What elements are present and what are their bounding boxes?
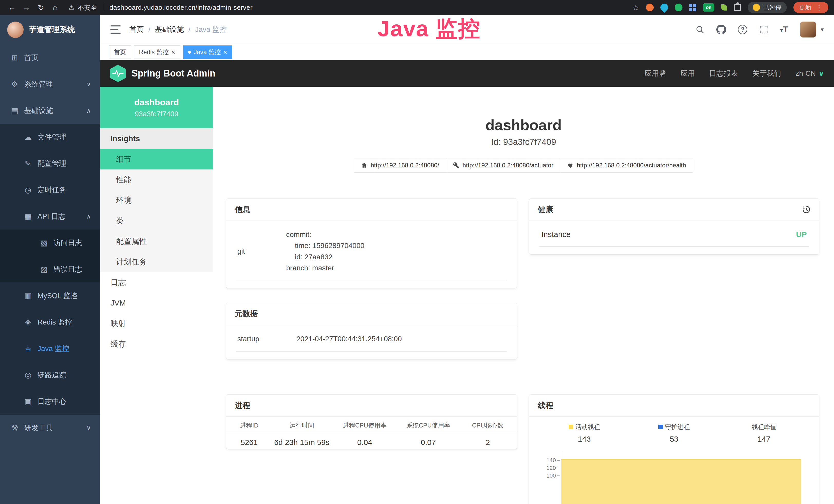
sba-locale-select[interactable]: zh-CN ∨ xyxy=(795,69,824,78)
sba-nav-journal[interactable]: 日志报表 xyxy=(709,69,738,78)
threads-card-body: 活动线程 守护进程 线程峰值 143 53 xyxy=(529,417,819,504)
history-icon[interactable] xyxy=(802,205,810,214)
extension-grid-icon[interactable] xyxy=(689,4,696,11)
eye-icon: ◎ xyxy=(23,370,34,380)
tab-java[interactable]: Java 监控 × xyxy=(183,45,232,59)
search-icon[interactable] xyxy=(695,25,705,34)
breadcrumb-separator: / xyxy=(149,25,151,33)
sidebar-item-label: API 日志 xyxy=(38,211,66,221)
app-logo[interactable]: 芋道管理系统 xyxy=(0,15,100,44)
wrench-icon xyxy=(453,162,460,169)
fullscreen-icon[interactable] xyxy=(759,25,768,34)
sidebar-item-label: 研发工具 xyxy=(24,423,53,433)
sba-nav-applications[interactable]: 应用 xyxy=(680,69,695,78)
caret-down-icon[interactable]: ▾ xyxy=(821,26,824,33)
sidebar-item-mysql[interactable]: ▥ MySQL 监控 xyxy=(0,282,100,309)
bookmark-star-icon[interactable]: ☆ xyxy=(632,3,639,12)
hamburger-icon[interactable] xyxy=(110,25,121,33)
sidebar-item-system[interactable]: ⚙ 系统管理 ∨ xyxy=(0,71,100,97)
sidebar-item-home[interactable]: ⊞ 首页 xyxy=(0,44,100,71)
sidebar-item-label: 访问日志 xyxy=(53,238,82,248)
info-line: id: 27aa832 xyxy=(286,251,365,262)
info-line: time: 1596289704000 xyxy=(286,240,365,251)
sba-item-details[interactable]: 细节 xyxy=(100,149,213,169)
instance-title: dashboard xyxy=(213,117,834,133)
forward-icon[interactable]: → xyxy=(20,3,33,12)
health-url-link[interactable]: http://192.168.0.2:48080/actuator/health xyxy=(560,158,693,173)
sba-logo-icon[interactable] xyxy=(110,65,126,82)
metadata-card-header: 元数据 xyxy=(226,303,517,325)
reload-icon[interactable]: ↻ xyxy=(35,3,47,12)
sba-item-environment[interactable]: 环境 xyxy=(100,190,213,210)
sba-item-logs[interactable]: 日志 xyxy=(100,272,213,293)
breadcrumb-home[interactable]: 首页 xyxy=(129,25,144,35)
sba-item-metrics[interactable]: 性能 xyxy=(100,169,213,190)
github-icon[interactable] xyxy=(716,25,726,35)
y-tick-label: 120 xyxy=(546,465,556,472)
sba-item-mappings[interactable]: 映射 xyxy=(100,313,213,334)
close-icon[interactable]: × xyxy=(223,49,227,55)
sba-item-jvm[interactable]: JVM xyxy=(100,293,213,313)
extension-icon[interactable] xyxy=(646,4,654,11)
url-text[interactable]: dashboard.yudao.iocoder.cn/infra/admin-s… xyxy=(109,4,253,12)
y-tick-label: 100 xyxy=(546,473,556,479)
column-header: 进程ID xyxy=(226,421,272,430)
sba-item-classes[interactable]: 类 xyxy=(100,210,213,231)
close-icon[interactable]: × xyxy=(171,49,175,55)
sidebar-item-label: 文件管理 xyxy=(38,132,66,142)
font-size-icon[interactable]: тT xyxy=(780,24,788,35)
health-card-header: 健康 xyxy=(529,199,819,221)
home-icon[interactable]: ⌂ xyxy=(49,3,62,12)
sidebar-item-redis[interactable]: ◈ Redis 监控 xyxy=(0,309,100,335)
sidebar-item-trace[interactable]: ◎ 链路追踪 xyxy=(0,362,100,388)
tab-home[interactable]: 首页 xyxy=(109,45,131,59)
sidebar-item-access-log[interactable]: ▧ 访问日志 xyxy=(0,230,100,256)
instance-id: 93a3fc7f7409 xyxy=(135,110,178,118)
instance-links: http://192.168.0.2:48080/ http://192.168… xyxy=(213,158,834,173)
sidebar-item-api-log[interactable]: ▦ API 日志 ∧ xyxy=(0,203,100,230)
sidebar-item-job[interactable]: ◷ 定时任务 xyxy=(0,177,100,203)
sidebar-item-infra[interactable]: ▤ 基础设施 ∧ xyxy=(0,97,100,124)
sidebar-item-java[interactable]: ☕ Java 监控 xyxy=(0,335,100,362)
sba-item-scheduledtasks[interactable]: 计划任务 xyxy=(100,252,213,272)
extension-leaf-icon[interactable] xyxy=(721,4,727,10)
tab-label: Java 监控 xyxy=(194,48,221,56)
sidebar-item-config[interactable]: ✎ 配置管理 xyxy=(0,150,100,177)
card-title: 进程 xyxy=(235,400,250,411)
browser-menu-icon[interactable]: ⋮ xyxy=(815,3,823,12)
actuator-url-link[interactable]: http://192.168.0.2:48080/actuator xyxy=(446,158,561,173)
breadcrumb-infra[interactable]: 基础设施 xyxy=(155,25,184,35)
help-icon[interactable]: ? xyxy=(738,25,747,34)
security-chip[interactable]: ⚠ 不安全 xyxy=(68,3,97,12)
sba-sidebar: dashboard 93a3fc7f7409 Insights 细节 性能 环境… xyxy=(100,87,213,504)
service-url-link[interactable]: http://192.168.0.2:48080/ xyxy=(354,158,446,173)
sba-nav-wallboard[interactable]: 应用墙 xyxy=(644,69,666,78)
sidebar-item-file[interactable]: ☁ 文件管理 xyxy=(0,124,100,150)
threads-card: 线程 活动线程 守护进程 xyxy=(529,395,819,504)
sidebar-item-error-log[interactable]: ▨ 错误日志 xyxy=(0,256,100,282)
paused-badge[interactable]: 已暂停 xyxy=(748,2,787,13)
column-header: 系统CPU使用率 xyxy=(398,421,459,430)
user-avatar[interactable] xyxy=(800,22,816,38)
sba-item-configprops[interactable]: 配置属性 xyxy=(100,231,213,252)
back-icon[interactable]: ← xyxy=(6,3,19,12)
card-title: 线程 xyxy=(538,400,553,411)
update-button[interactable]: 更新 ⋮ xyxy=(793,2,828,13)
sidebar-item-devtools[interactable]: ⚒ 研发工具 ∨ xyxy=(0,415,100,441)
sba-group-insights: Insights xyxy=(100,129,213,149)
legend-value: 147 xyxy=(719,435,809,443)
extension-on-badge[interactable]: on xyxy=(703,3,714,12)
link-label: http://192.168.0.2:48080/actuator/health xyxy=(577,162,686,169)
instance-header[interactable]: dashboard 93a3fc7f7409 xyxy=(100,87,213,129)
sba-nav-about[interactable]: 关于我们 xyxy=(752,69,781,78)
emoji-face-icon xyxy=(753,4,760,11)
paused-label: 已暂停 xyxy=(763,3,782,12)
sidebar-item-log-center[interactable]: ▣ 日志中心 xyxy=(0,388,100,415)
extension-icon[interactable] xyxy=(675,4,682,11)
tab-redis[interactable]: Redis 监控 × xyxy=(134,45,180,59)
extensions-puzzle-icon[interactable] xyxy=(734,4,741,11)
sba-body: dashboard 93a3fc7f7409 Insights 细节 性能 环境… xyxy=(100,87,834,504)
extension-icon[interactable] xyxy=(659,2,670,13)
sba-item-caches[interactable]: 缓存 xyxy=(100,334,213,354)
sidebar-menu: ⊞ 首页 ⚙ 系统管理 ∨ ▤ 基础设施 ∧ ☁ 文件管理 ✎ 配置管理 xyxy=(0,44,100,441)
